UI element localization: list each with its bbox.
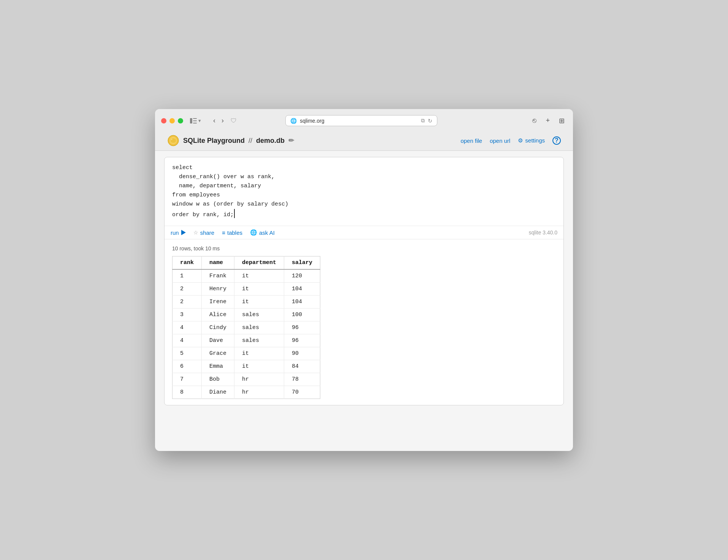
cell-2-1: Irene: [202, 296, 234, 308]
cell-0-3: 120: [284, 269, 320, 283]
address-text: sqlime.org: [300, 118, 324, 124]
cell-1-0: 2: [173, 283, 202, 296]
table-row: 2Ireneit104: [173, 296, 320, 308]
right-controls: ⎋ + ⊞: [530, 116, 567, 126]
cell-9-3: 70: [284, 386, 320, 399]
cell-4-2: sales: [234, 321, 284, 334]
editor-container: select dense_rank() over w as rank, name…: [164, 157, 564, 405]
traffic-lights: [161, 118, 183, 123]
separator: //: [248, 137, 252, 145]
cell-7-0: 6: [173, 360, 202, 373]
cell-4-3: 96: [284, 321, 320, 334]
cell-5-0: 4: [173, 334, 202, 347]
table-header-row: ranknamedepartmentsalary: [173, 256, 320, 270]
settings-button[interactable]: ⚙ settings: [518, 137, 545, 144]
tables-icon: ≡: [222, 229, 225, 236]
app-title: SQLite Playground // demo.db ✏: [167, 134, 294, 147]
translate-icon: ⧉: [421, 117, 425, 124]
run-icon: [181, 230, 186, 235]
cell-3-3: 100: [284, 308, 320, 321]
star-icon: ☆: [193, 229, 198, 236]
cell-8-2: hr: [234, 373, 284, 386]
maximize-button[interactable]: [178, 118, 183, 123]
cell-2-0: 2: [173, 296, 202, 308]
cell-7-3: 84: [284, 360, 320, 373]
results-table: ranknamedepartmentsalary 1Frankit1202Hen…: [172, 256, 320, 399]
cell-5-2: sales: [234, 334, 284, 347]
cell-3-2: sales: [234, 308, 284, 321]
col-header-salary: salary: [284, 256, 320, 270]
address-bar[interactable]: 🌐 sqlime.org ⧉ ↻: [285, 115, 437, 126]
app-logo: [167, 134, 179, 147]
cell-5-3: 96: [284, 334, 320, 347]
results-area: 10 rows, took 10 ms ranknamedepartmentsa…: [165, 239, 563, 405]
cell-6-2: it: [234, 347, 284, 360]
back-button[interactable]: ‹: [211, 116, 218, 125]
cell-8-1: Bob: [202, 373, 234, 386]
cell-9-1: Diane: [202, 386, 234, 399]
main-window: ▾ ‹ › 🛡 🌐 sqlime.org ⧉ ↻ ⎋ +: [155, 109, 573, 451]
shield-icon: 🛡: [231, 117, 237, 124]
cell-3-1: Alice: [202, 308, 234, 321]
cell-8-0: 7: [173, 373, 202, 386]
rows-summary: 10 rows, took 10 ms: [172, 245, 556, 252]
app-toolbar: SQLite Playground // demo.db ✏ open file…: [161, 131, 567, 150]
cell-8-3: 78: [284, 373, 320, 386]
svg-point-6: [171, 139, 173, 140]
sidebar-icon: [190, 118, 197, 123]
col-header-rank: rank: [173, 256, 202, 270]
open-file-button[interactable]: open file: [461, 138, 482, 144]
code-editor[interactable]: select dense_rank() over w as rank, name…: [165, 157, 563, 226]
cell-1-2: it: [234, 283, 284, 296]
cell-7-1: Emma: [202, 360, 234, 373]
sidebar-toggle-button[interactable]: ▾: [188, 116, 203, 125]
col-header-department: department: [234, 256, 284, 270]
main-content: select dense_rank() over w as rank, name…: [155, 151, 573, 451]
col-header-name: name: [202, 256, 234, 270]
svg-rect-0: [190, 118, 192, 123]
cell-0-2: it: [234, 269, 284, 283]
cell-0-1: Frank: [202, 269, 234, 283]
table-row: 4Cindysales96: [173, 321, 320, 334]
cell-6-1: Grace: [202, 347, 234, 360]
cell-4-1: Cindy: [202, 321, 234, 334]
cell-6-0: 5: [173, 347, 202, 360]
share-query-button[interactable]: ☆ share: [193, 229, 215, 236]
share-button[interactable]: ⎋: [530, 116, 539, 125]
forward-button[interactable]: ›: [219, 116, 226, 125]
refresh-icon[interactable]: ↻: [428, 118, 432, 124]
cell-1-1: Henry: [202, 283, 234, 296]
table-body: 1Frankit1202Henryit1042Ireneit1043Alices…: [173, 269, 320, 399]
cell-0-0: 1: [173, 269, 202, 283]
cell-7-2: it: [234, 360, 284, 373]
new-tab-button[interactable]: +: [543, 116, 552, 125]
cell-4-0: 4: [173, 321, 202, 334]
pencil-icon[interactable]: ✏: [288, 136, 294, 145]
svg-rect-1: [193, 118, 197, 119]
cell-2-3: 104: [284, 296, 320, 308]
sqlite-version: sqlite 3.40.0: [529, 229, 558, 236]
svg-rect-2: [193, 120, 197, 121]
chevron-down-icon: ▾: [198, 118, 201, 123]
tables-button[interactable]: ≡ tables: [222, 229, 242, 236]
app-name: SQLite Playground: [183, 137, 245, 145]
ask-ai-button[interactable]: 🌐 ask AI: [250, 229, 275, 236]
cell-3-0: 3: [173, 308, 202, 321]
table-row: 4Davesales96: [173, 334, 320, 347]
tab-overview-button[interactable]: ⊞: [557, 116, 567, 126]
run-button[interactable]: run: [171, 229, 186, 236]
settings-icon: ⚙: [518, 137, 523, 144]
titlebar: ▾ ‹ › 🛡 🌐 sqlime.org ⧉ ↻ ⎋ +: [155, 109, 573, 151]
editor-toolbar: run ☆ share ≡ tables 🌐 ask AI sqlite 3.4…: [165, 226, 563, 239]
app-nav-links: open file open url ⚙ settings ?: [461, 136, 561, 145]
help-button[interactable]: ?: [552, 136, 561, 145]
table-row: 6Emmait84: [173, 360, 320, 373]
cell-1-3: 104: [284, 283, 320, 296]
open-url-button[interactable]: open url: [490, 138, 510, 144]
cell-6-3: 90: [284, 347, 320, 360]
minimize-button[interactable]: [169, 118, 175, 123]
table-row: 8Dianehr70: [173, 386, 320, 399]
close-button[interactable]: [161, 118, 166, 123]
globe-icon: 🌐: [290, 118, 297, 124]
table-row: 1Frankit120: [173, 269, 320, 283]
